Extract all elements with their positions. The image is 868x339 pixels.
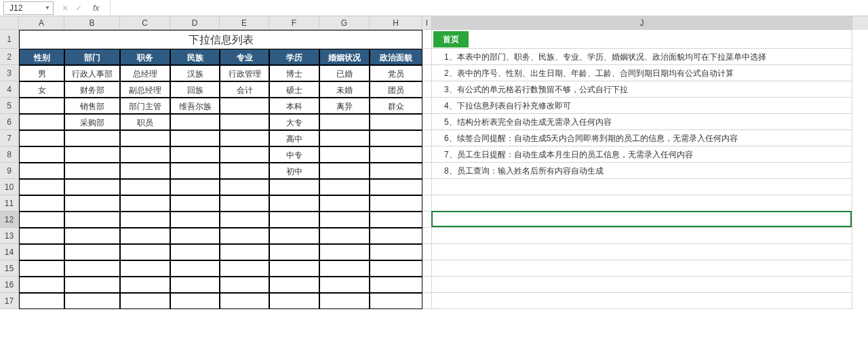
row-header-12[interactable]: 12 xyxy=(0,212,19,228)
cell-B9[interactable] xyxy=(64,163,120,179)
cell-I8[interactable] xyxy=(422,146,432,163)
col-header-H[interactable]: H xyxy=(370,16,422,30)
cell-F4[interactable]: 硕士 xyxy=(269,81,319,98)
cell-G4[interactable]: 未婚 xyxy=(319,81,370,98)
row-header-17[interactable]: 17 xyxy=(0,293,19,309)
cell-C11[interactable] xyxy=(120,195,170,212)
cell-G14[interactable] xyxy=(319,244,370,260)
cell-D7[interactable] xyxy=(170,130,220,146)
cell-E10[interactable] xyxy=(220,179,269,195)
cell-D10[interactable] xyxy=(170,179,220,195)
cell-J15[interactable] xyxy=(432,260,852,277)
cell-B12[interactable] xyxy=(64,212,120,228)
cell-D3[interactable]: 汉族 xyxy=(170,65,220,81)
row-header-7[interactable]: 7 xyxy=(0,130,19,146)
cell-A15[interactable] xyxy=(19,260,64,277)
cell-H12[interactable] xyxy=(370,212,422,228)
cell-I6[interactable] xyxy=(422,114,432,130)
cell-F9[interactable]: 初中 xyxy=(269,163,319,179)
cell-A14[interactable] xyxy=(19,244,64,260)
cell-B8[interactable] xyxy=(64,146,120,163)
cell-H5[interactable]: 群众 xyxy=(370,98,422,114)
row-header-16[interactable]: 16 xyxy=(0,277,19,293)
cell-I17[interactable] xyxy=(422,293,432,309)
cell-D17[interactable] xyxy=(170,293,220,309)
cell-J10[interactable] xyxy=(432,179,852,195)
note-line[interactable]: 8、员工查询：输入姓名后所有内容自动生成 xyxy=(432,163,852,179)
cell-F2[interactable]: 学历 xyxy=(269,49,319,65)
cell-G7[interactable] xyxy=(319,130,370,146)
cell-G17[interactable] xyxy=(319,293,370,309)
cell-B16[interactable] xyxy=(64,277,120,293)
cell-F17[interactable] xyxy=(269,293,319,309)
cell-G15[interactable] xyxy=(319,260,370,277)
note-line[interactable]: 3、有公式的单元格若行数预留不够，公式自行下拉 xyxy=(432,81,852,98)
cell-D14[interactable] xyxy=(170,244,220,260)
cell-D6[interactable] xyxy=(170,114,220,130)
confirm-icon[interactable]: ✓ xyxy=(75,3,82,13)
row-header-14[interactable]: 14 xyxy=(0,244,19,260)
cell-H4[interactable]: 团员 xyxy=(370,81,422,98)
cell-F14[interactable] xyxy=(269,244,319,260)
cell-C7[interactable] xyxy=(120,130,170,146)
row-header-2[interactable]: 2 xyxy=(0,49,19,65)
cell-F5[interactable]: 本科 xyxy=(269,98,319,114)
cell-F7[interactable]: 高中 xyxy=(269,130,319,146)
cell-E8[interactable] xyxy=(220,146,269,163)
cell-D16[interactable] xyxy=(170,277,220,293)
cell-I1[interactable] xyxy=(422,30,432,49)
cell-G12[interactable] xyxy=(319,212,370,228)
cell-C5[interactable]: 部门主管 xyxy=(120,98,170,114)
cell-I11[interactable] xyxy=(422,195,432,212)
cell-B5[interactable]: 销售部 xyxy=(64,98,120,114)
cell-I14[interactable] xyxy=(422,244,432,260)
cell-B13[interactable] xyxy=(64,228,120,244)
cell-B7[interactable] xyxy=(64,130,120,146)
cell-G9[interactable] xyxy=(319,163,370,179)
cell-F15[interactable] xyxy=(269,260,319,277)
cell-B11[interactable] xyxy=(64,195,120,212)
cell-F12[interactable] xyxy=(269,212,319,228)
cell-I15[interactable] xyxy=(422,260,432,277)
cell-I2[interactable] xyxy=(422,49,432,65)
row-header-5[interactable]: 5 xyxy=(0,98,19,114)
cell-B14[interactable] xyxy=(64,244,120,260)
row-header-1[interactable]: 1 xyxy=(0,30,19,49)
cell-H15[interactable] xyxy=(370,260,422,277)
cell-C4[interactable]: 副总经理 xyxy=(120,81,170,98)
cell-G16[interactable] xyxy=(319,277,370,293)
cell-E7[interactable] xyxy=(220,130,269,146)
note-line[interactable]: 5、结构分析表完全自动生成无需录入任何内容 xyxy=(432,114,852,130)
row-header-6[interactable]: 6 xyxy=(0,114,19,130)
home-button[interactable]: 首页 xyxy=(433,31,469,47)
cell-G5[interactable]: 离异 xyxy=(319,98,370,114)
cell-J11[interactable] xyxy=(432,195,852,212)
col-header-E[interactable]: E xyxy=(220,16,269,30)
name-box[interactable]: J12 ▼ xyxy=(3,1,54,15)
cell-I4[interactable] xyxy=(422,81,432,98)
cell-F11[interactable] xyxy=(269,195,319,212)
col-header-J[interactable]: J xyxy=(432,16,852,30)
cell-B4[interactable]: 财务部 xyxy=(64,81,120,98)
cell-E12[interactable] xyxy=(220,212,269,228)
cancel-icon[interactable]: ✕ xyxy=(62,3,68,13)
cell-C15[interactable] xyxy=(120,260,170,277)
cell-H14[interactable] xyxy=(370,244,422,260)
cell-A8[interactable] xyxy=(19,146,64,163)
note-line[interactable]: 7、员工生日提醒：自动生成本月生日的员工信息，无需录入任何内容 xyxy=(432,146,852,163)
cell-A6[interactable] xyxy=(19,114,64,130)
cell-D5[interactable]: 维吾尔族 xyxy=(170,98,220,114)
cell-F13[interactable] xyxy=(269,228,319,244)
col-header-C[interactable]: C xyxy=(120,16,170,30)
cell-A13[interactable] xyxy=(19,228,64,244)
cell-H7[interactable] xyxy=(370,130,422,146)
cell-C9[interactable] xyxy=(120,163,170,179)
row-header-3[interactable]: 3 xyxy=(0,65,19,81)
cell-A4[interactable]: 女 xyxy=(19,81,64,98)
cell-H16[interactable] xyxy=(370,277,422,293)
cell-F8[interactable]: 中专 xyxy=(269,146,319,163)
cell-C14[interactable] xyxy=(120,244,170,260)
cell-A7[interactable] xyxy=(19,130,64,146)
cell-E17[interactable] xyxy=(220,293,269,309)
cell-A9[interactable] xyxy=(19,163,64,179)
